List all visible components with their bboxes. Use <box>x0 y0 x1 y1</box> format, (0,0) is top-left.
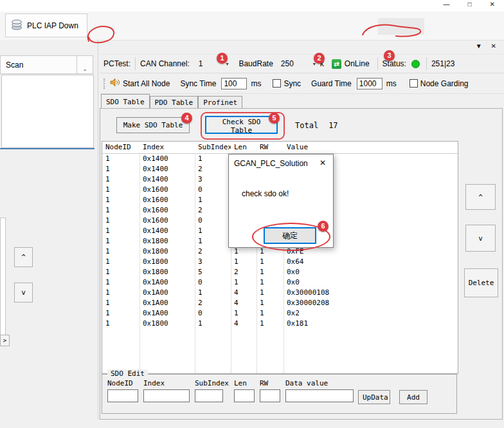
status-dot <box>411 60 420 68</box>
tab-strip: SDO TablePDO TableProfinet <box>101 94 242 108</box>
tab-sdo-table[interactable]: SDO Table <box>101 94 150 108</box>
table-cell: 0x1400 <box>140 226 195 236</box>
sdo-edit-len-input[interactable] <box>234 389 255 402</box>
toolbar-separator <box>135 57 136 70</box>
table-cell: 1 <box>256 308 284 319</box>
close-button[interactable]: ✕ <box>490 1 495 8</box>
check-sdo-table-button[interactable]: Check SDO Table <box>205 116 278 134</box>
table-cell: 1 <box>231 257 256 267</box>
table-cell: 1 <box>256 247 284 257</box>
table-cell: 1 <box>195 319 231 329</box>
sdo-edit-index-input[interactable] <box>143 389 190 402</box>
start-all-node-button[interactable]: Start All Node <box>123 79 170 88</box>
toolbar-separator <box>377 57 378 70</box>
sdo-edit-field: SubIndex <box>195 379 229 402</box>
online-label[interactable]: OnLine <box>345 59 370 68</box>
guard-time-label: Guard Time <box>311 79 352 88</box>
sdo-edit-field: Index <box>143 379 190 402</box>
node-garding-label: Node Garding <box>420 79 469 88</box>
scan-dropdown-button[interactable]: ⌄ <box>77 55 93 74</box>
node-toolbar: Start All Node Sync Time ms Sync Guard T… <box>100 73 504 94</box>
pctest-label: PCTest: <box>104 59 130 68</box>
table-cell: 1 <box>256 288 284 298</box>
table-cell: 1 <box>231 308 256 319</box>
pane-close-icon[interactable]: ✕ <box>491 42 496 50</box>
tab-profinet[interactable]: Profinet <box>198 96 242 108</box>
left-panel: Scan ⌄ ^ v > <box>0 40 95 428</box>
vertical-splitter[interactable] <box>98 40 98 420</box>
table-cell: 0 <box>195 185 231 195</box>
column-header: Len <box>231 142 256 153</box>
sdo-edit-nodeid-input[interactable] <box>107 389 138 402</box>
table-cell: 3 <box>195 257 231 267</box>
table-row[interactable]: 10x1A000110x2 <box>102 308 458 319</box>
table-cell: 1 <box>256 319 284 329</box>
sync-time-input[interactable] <box>221 78 247 89</box>
plc-iap-down-button[interactable]: PLC IAP Down <box>5 14 87 37</box>
delete-button[interactable]: Delete <box>464 268 498 297</box>
table-row[interactable]: 10x1A000110x0 <box>102 277 458 288</box>
annotation-badge-1: 1 <box>217 53 228 64</box>
table-cell: 0x1A00 <box>140 298 195 308</box>
table-cell: 1 <box>102 154 140 164</box>
updata-button[interactable]: UpData <box>358 390 390 404</box>
table-row[interactable]: 10x18003110x64 <box>102 257 458 267</box>
table-cell: 0x181 <box>284 319 458 329</box>
minimize-button[interactable]: — <box>444 1 450 8</box>
table-cell: 1 <box>195 195 231 205</box>
baudrate-value[interactable]: 250 <box>281 59 294 68</box>
pane-controls: ▼ ✕ <box>476 42 496 50</box>
tab-pdo-table[interactable]: PDO Table <box>150 96 199 108</box>
make-sdo-table-button[interactable]: Make SDO Table <box>116 117 190 133</box>
table-row[interactable]: 10x18005210x0 <box>102 267 458 277</box>
move-down-button[interactable]: v <box>465 225 496 252</box>
table-cell: 2 <box>195 164 231 174</box>
annotation-badge-5: 5 <box>269 113 280 124</box>
sdo-edit-rw-input[interactable] <box>260 389 280 402</box>
node-garding-checkbox[interactable] <box>410 79 418 88</box>
table-cell: 1 <box>195 226 231 236</box>
sdo-edit-data-value-input[interactable] <box>285 389 354 402</box>
expand-panel-button[interactable]: > <box>0 335 10 346</box>
add-button[interactable]: Add <box>399 390 428 404</box>
guard-time-input[interactable] <box>357 78 382 89</box>
pane-collapse-icon[interactable]: ▼ <box>476 42 482 50</box>
sdo-edit-title: SDO Edit <box>107 369 148 378</box>
table-cell: 0x1A00 <box>140 308 195 319</box>
table-cell: 0x1A00 <box>140 277 195 288</box>
table-cell: 1 <box>102 226 140 236</box>
table-cell: 0x1800 <box>140 267 195 277</box>
titlebar: — □ ✕ <box>0 0 504 12</box>
table-row[interactable]: 10x18002110xFE <box>102 247 458 257</box>
sync-checkbox[interactable] <box>273 79 281 88</box>
can-channel-value[interactable]: 1 <box>199 59 203 68</box>
table-row[interactable]: 10x18001410x181 <box>102 319 458 329</box>
table-cell: 1 <box>256 267 284 277</box>
table-cell: 0xFE <box>284 247 458 257</box>
scroll-up-button[interactable]: ^ <box>14 247 33 267</box>
guard-time-unit: ms <box>386 79 397 88</box>
dialog-ok-button[interactable]: 确定 <box>264 227 316 244</box>
table-cell: 0x1400 <box>140 174 195 185</box>
table-cell: 2 <box>231 267 256 277</box>
collapsed-panel-strip[interactable] <box>0 218 6 336</box>
sdo-edit-fields: NodeIDIndexSubIndexLenRWData value <box>107 379 359 402</box>
disabled-button-placeholder <box>378 18 424 35</box>
dialog-close-icon[interactable]: ✕ <box>320 158 326 167</box>
online-icon[interactable]: ⇄ <box>332 59 341 69</box>
table-cell: 0x1800 <box>140 319 195 329</box>
total-label: Total <box>295 121 318 130</box>
maximize-button[interactable]: □ <box>468 1 472 8</box>
baudrate-label: BaudRate <box>239 59 273 68</box>
plc-stack-icon <box>11 19 22 32</box>
move-up-button[interactable]: ^ <box>465 184 496 210</box>
table-cell: 0x1800 <box>140 236 195 247</box>
table-row[interactable]: 10x1A001410x30000108 <box>102 288 458 298</box>
scan-result-list[interactable] <box>1 75 94 148</box>
scan-panel-header[interactable]: Scan <box>0 55 77 74</box>
table-row[interactable]: 10x1A002410x30000208 <box>102 298 458 308</box>
sdo-edit-subindex-input[interactable] <box>195 389 223 402</box>
table-cell: 0x1600 <box>140 205 195 216</box>
scroll-down-button[interactable]: v <box>14 283 33 302</box>
table-cell: 1 <box>256 277 284 288</box>
